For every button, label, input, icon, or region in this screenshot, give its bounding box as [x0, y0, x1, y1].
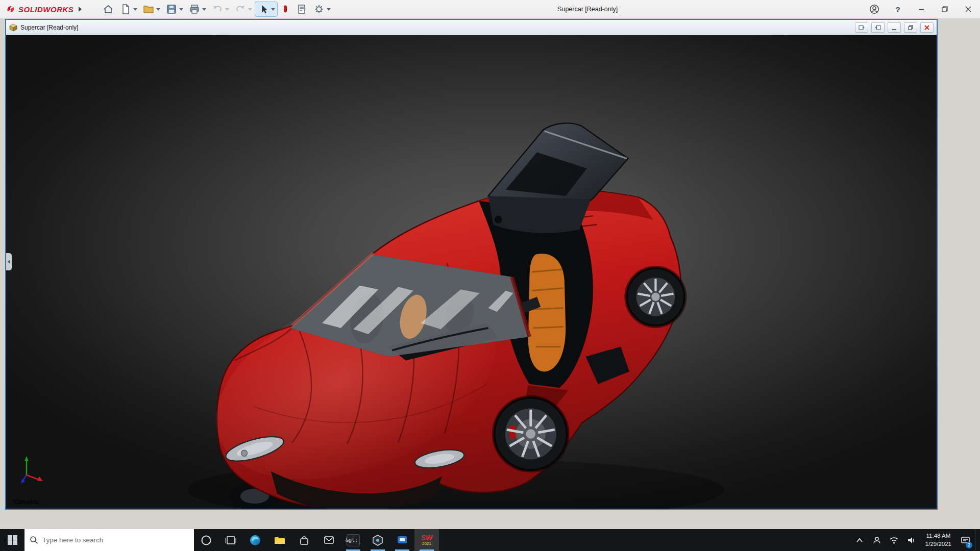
store-button[interactable]	[292, 529, 316, 551]
document-minimize-button[interactable]	[888, 22, 901, 33]
terminal-prompt-glyph: &gt;_	[346, 537, 361, 543]
document-close-icon	[923, 24, 930, 31]
document-window: Supercar [Read-only]	[5, 19, 938, 510]
document-restore-button[interactable]	[904, 22, 917, 33]
brand-logo: SOLIDWORKS	[0, 5, 87, 14]
main-toolbar	[100, 2, 333, 16]
front-right-wheel	[495, 398, 567, 470]
options-button[interactable]	[311, 2, 333, 16]
hexagon-app-button[interactable]	[365, 529, 390, 551]
orientation-triad	[18, 454, 47, 485]
solidworks-app-window: SOLIDWORKS	[0, 0, 980, 551]
redo-icon	[234, 3, 247, 15]
action-center-button[interactable]: 2	[958, 529, 973, 551]
volume-icon	[906, 536, 916, 545]
search-icon	[30, 536, 38, 544]
solidworks-app-icon: SW 2021	[421, 534, 433, 546]
network-wifi-icon	[889, 536, 899, 544]
hidden-icons-button[interactable]	[852, 529, 867, 551]
dropdown-caret-icon[interactable]	[133, 8, 137, 11]
help-icon: ?	[895, 5, 900, 14]
contact-tray-button[interactable]	[869, 529, 885, 551]
app-window-title: Supercar [Read-only]	[333, 6, 863, 13]
cortana-button[interactable]	[194, 529, 218, 551]
gear-icon	[313, 3, 325, 15]
system-tray: 11:48 AM 1/29/2021 2	[852, 529, 980, 551]
volume-tray-button[interactable]	[904, 529, 919, 551]
document-title: Supercar [Read-only]	[20, 24, 855, 31]
home-icon	[102, 3, 114, 15]
supercar-3d-model[interactable]	[6, 35, 937, 509]
open-folder-icon	[142, 3, 155, 15]
task-view-button[interactable]	[218, 529, 243, 551]
view-orientation-label: *Dimetric	[12, 498, 39, 506]
home-button[interactable]	[100, 2, 116, 16]
start-button[interactable]	[0, 529, 24, 551]
undo-button[interactable]	[209, 2, 231, 16]
close-button[interactable]	[957, 0, 980, 19]
document-title-bar[interactable]: Supercar [Read-only]	[6, 20, 937, 35]
panel-flyout-tab[interactable]	[6, 253, 12, 270]
window-next-button[interactable]	[871, 22, 885, 33]
taskbar-clock[interactable]: 11:48 AM 1/29/2021	[921, 532, 955, 548]
document-close-button[interactable]	[920, 22, 934, 33]
macro-record-button[interactable]	[278, 2, 292, 16]
taskbar-search[interactable]	[24, 529, 194, 551]
window-previous-icon	[858, 24, 865, 31]
file-properties-button[interactable]	[293, 2, 310, 16]
window-previous-button[interactable]	[855, 22, 868, 33]
sw-logo-text: SW	[421, 534, 433, 541]
account-button[interactable]	[863, 0, 886, 19]
graphics-viewport[interactable]: *Dimetric	[6, 35, 937, 509]
dropdown-caret-icon[interactable]	[248, 8, 252, 11]
brand-name: SOLIDWORKS	[18, 5, 74, 14]
macro-record-icon	[280, 3, 290, 15]
help-button[interactable]: ?	[886, 0, 910, 19]
dropdown-caret-icon[interactable]	[327, 8, 331, 11]
save-icon	[165, 3, 178, 15]
redo-button[interactable]	[232, 2, 254, 16]
show-desktop-button[interactable]	[975, 529, 978, 551]
dropdown-caret-icon[interactable]	[156, 8, 160, 11]
print-button[interactable]	[186, 2, 208, 16]
notification-badge: 2	[966, 542, 972, 548]
account-icon	[869, 4, 879, 14]
close-icon	[965, 6, 971, 12]
clock-time: 11:48 AM	[925, 532, 951, 540]
store-bag-icon	[299, 535, 310, 546]
terminal-button[interactable]: &gt;_	[341, 529, 365, 551]
clock-date: 1/29/2021	[925, 540, 951, 548]
new-document-button[interactable]	[117, 2, 139, 16]
document-minimize-icon	[891, 24, 898, 31]
print-icon	[188, 3, 201, 15]
dropdown-caret-icon[interactable]	[271, 8, 275, 11]
blue-app-button[interactable]	[390, 529, 414, 551]
sw-year-label: 2021	[422, 542, 431, 546]
edge-browser-button[interactable]	[243, 529, 267, 551]
restore-button[interactable]	[933, 0, 957, 19]
contact-icon	[872, 536, 881, 545]
dropdown-caret-icon[interactable]	[202, 8, 206, 11]
mail-button[interactable]	[316, 529, 341, 551]
network-tray-button[interactable]	[887, 529, 902, 551]
document-restore-icon	[907, 24, 914, 31]
undo-icon	[211, 3, 224, 15]
menu-expand-arrow-icon[interactable]	[79, 7, 82, 12]
select-tool-button[interactable]	[255, 2, 277, 16]
open-button[interactable]	[140, 2, 162, 16]
part-document-icon	[9, 23, 17, 32]
solidworks-taskbar-button[interactable]: SW 2021	[414, 529, 439, 551]
file-explorer-button[interactable]	[267, 529, 292, 551]
dropdown-caret-icon[interactable]	[225, 8, 229, 11]
dropdown-caret-icon[interactable]	[179, 8, 183, 11]
windows-logo-icon	[8, 535, 17, 545]
minimize-icon	[918, 6, 924, 12]
cortana-icon	[201, 535, 212, 546]
save-button[interactable]	[163, 2, 185, 16]
rear-right-wheel	[627, 268, 684, 325]
minimize-button[interactable]	[910, 0, 933, 19]
windows-taskbar: &gt;_ SW 2021	[0, 529, 980, 551]
window-next-icon	[874, 24, 881, 31]
select-arrow-icon	[257, 3, 270, 15]
search-input[interactable]	[42, 536, 189, 544]
